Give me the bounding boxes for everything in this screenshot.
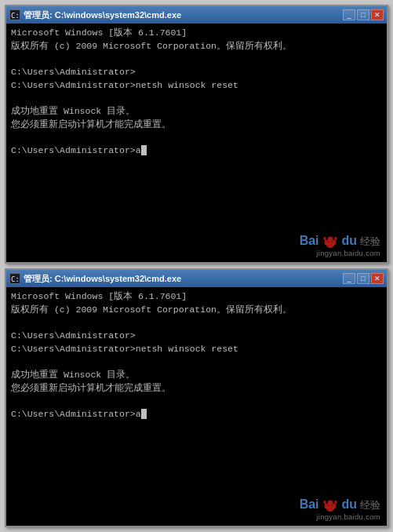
close-button-bottom[interactable]: ✕: [371, 273, 384, 284]
svg-point-10: [328, 501, 333, 506]
svg-point-5: [323, 237, 326, 241]
cmd-window-top: C: 管理员: C:\windows\system32\cmd.exe _ □ …: [5, 5, 388, 264]
baidu-url-top: jingyan.baidu.com: [316, 249, 380, 257]
title-bar-buttons-top: _ □ ✕: [343, 9, 384, 20]
title-text-top: 管理员: C:\windows\system32\cmd.exe: [24, 9, 181, 21]
baidu-logo-bottom: Bai du 经验: [300, 497, 380, 512]
cmd-body-top[interactable]: Microsoft Windows [版本 6.1.7601] 版权所有 (c)…: [6, 24, 387, 262]
jingyan-label-top: 经验: [360, 235, 380, 249]
baidu-logo-text-top: Bai du: [300, 234, 357, 249]
title-text-bottom: 管理员: C:\windows\system32\cmd.exe: [24, 273, 181, 285]
cmd-output-top: Microsoft Windows [版本 6.1.7601] 版权所有 (c)…: [11, 27, 382, 158]
svg-text:C:: C:: [11, 275, 20, 283]
cmd-body-bottom[interactable]: Microsoft Windows [版本 6.1.7601] 版权所有 (c)…: [6, 287, 387, 526]
svg-point-2: [328, 237, 333, 242]
minimize-button-bottom[interactable]: _: [343, 273, 355, 284]
close-button-top[interactable]: ✕: [371, 9, 384, 20]
cmd-output-bottom: Microsoft Windows [版本 6.1.7601] 版权所有 (c)…: [11, 290, 382, 421]
svg-point-13: [323, 501, 326, 505]
maximize-button-top[interactable]: □: [357, 9, 369, 20]
title-bar-buttons-bottom: _ □ ✕: [343, 273, 384, 284]
svg-point-15: [326, 505, 334, 512]
baidu-url-bottom: jingyan.baidu.com: [316, 512, 380, 521]
watermark-bottom: Bai du 经验 jingyan.baidu.com: [300, 497, 380, 521]
maximize-button-bottom[interactable]: □: [357, 273, 369, 284]
title-bar-bottom: C: 管理员: C:\windows\system32\cmd.exe _ □ …: [6, 270, 387, 287]
title-bar-left-top: C: 管理员: C:\windows\system32\cmd.exe: [9, 9, 181, 21]
title-bar-left-bottom: C: 管理员: C:\windows\system32\cmd.exe: [9, 273, 181, 285]
cmd-icon-bottom: C:: [9, 273, 20, 284]
baidu-logo-top: Bai du 经验: [300, 234, 380, 249]
jingyan-label-bottom: 经验: [360, 498, 380, 512]
cmd-window-bottom: C: 管理员: C:\windows\system32\cmd.exe _ □ …: [5, 268, 388, 527]
svg-text:C:: C:: [11, 12, 20, 20]
svg-point-6: [334, 237, 337, 241]
minimize-button-top[interactable]: _: [343, 9, 355, 20]
main-container: C: 管理员: C:\windows\system32\cmd.exe _ □ …: [0, 0, 393, 532]
title-bar-top: C: 管理员: C:\windows\system32\cmd.exe _ □ …: [6, 6, 387, 24]
cmd-icon-top: C:: [9, 9, 20, 20]
baidu-logo-text-bottom: Bai du: [300, 497, 357, 512]
cursor-top: [141, 145, 147, 155]
svg-point-14: [334, 501, 337, 505]
cursor-bottom: [141, 409, 147, 419]
watermark-top: Bai du 经验 jingyan.baidu.com: [300, 234, 380, 257]
svg-point-7: [326, 242, 334, 248]
